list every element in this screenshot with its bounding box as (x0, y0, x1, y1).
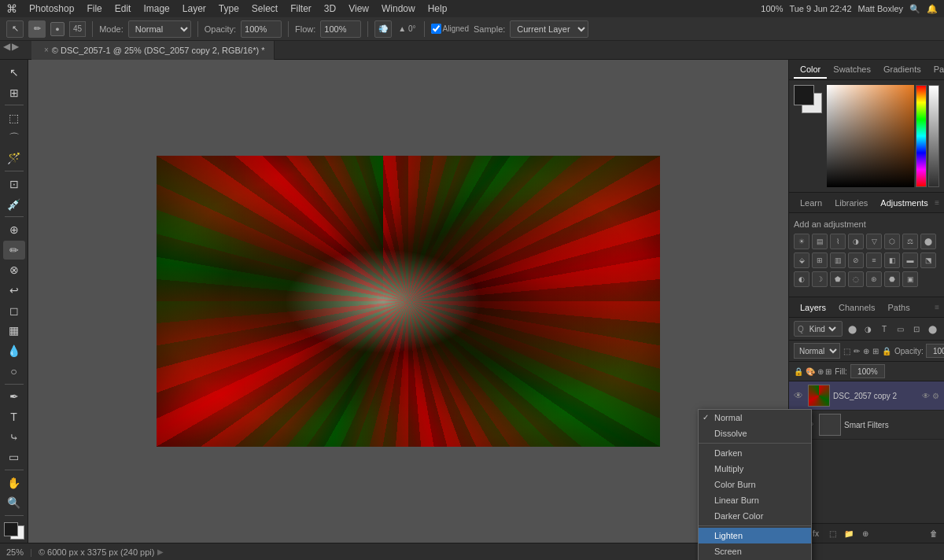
layer-item[interactable]: 👁 DSC_2057 copy 2 👁 ⚙ (789, 381, 944, 411)
clone-stamp-tool[interactable]: ⊗ (3, 261, 25, 280)
mode-select[interactable]: Normal (128, 20, 191, 38)
menu-edit[interactable]: Edit (109, 2, 137, 16)
blend-lighten[interactable]: Lighten (699, 528, 811, 543)
channel-mixer-icon[interactable]: ⊞ (812, 252, 828, 268)
color-lookup-icon[interactable]: ▥ (830, 252, 846, 268)
menu-select[interactable]: Select (246, 2, 283, 16)
menu-view[interactable]: View (343, 2, 374, 16)
tab-channels[interactable]: Channels (832, 300, 881, 315)
expand-arrow[interactable]: ▶ (157, 547, 164, 556)
filter-type-icon[interactable]: T (878, 322, 891, 336)
lock-paint-icon[interactable]: ✏ (854, 344, 860, 358)
spot-heal-tool[interactable]: ⊕ (3, 220, 25, 239)
dodge-tool[interactable]: ○ (3, 362, 25, 381)
blend-normal[interactable]: Normal (699, 410, 811, 426)
blend-multiply[interactable]: Multiply (699, 461, 811, 477)
tab-learn[interactable]: Learn (794, 195, 828, 211)
fg-color-box[interactable] (794, 85, 814, 105)
blend-darken[interactable]: Darken (699, 445, 811, 461)
canvas-area[interactable] (28, 60, 788, 543)
layer-search-box[interactable]: Q Kind (794, 321, 843, 337)
tab-libraries[interactable]: Libraries (828, 195, 874, 211)
lock-transparent-icon[interactable]: ⬚ (843, 344, 850, 358)
notification-icon[interactable]: 🔔 (927, 4, 938, 14)
menu-image[interactable]: Image (138, 2, 175, 16)
search-icon[interactable]: 🔍 (909, 4, 920, 14)
history-brush-tool[interactable]: ↩ (3, 281, 25, 300)
brush-tool[interactable]: ✏ (3, 241, 25, 260)
bw-icon[interactable]: ⬤ (920, 234, 936, 249)
menu-window[interactable]: Window (376, 2, 421, 16)
levels-icon[interactable]: ▤ (812, 234, 828, 249)
tool-select-btn[interactable]: ↖ (6, 20, 24, 38)
layers-panel-expand-icon[interactable]: ≡ (935, 303, 939, 311)
tab-gradients[interactable]: Gradients (877, 61, 927, 79)
layer-visibility-icon[interactable]: 👁 (794, 390, 805, 401)
photo-filter-icon[interactable]: ⬙ (794, 252, 809, 268)
color-picker-area[interactable] (827, 85, 939, 187)
posterize-icon[interactable]: ≡ (866, 252, 882, 268)
tab-patterns[interactable]: Patterns (927, 61, 944, 79)
variations-icon[interactable]: ⬟ (830, 271, 846, 287)
blend-linear-burn[interactable]: Linear Burn (699, 492, 811, 508)
lasso-tool[interactable]: ⌒ (3, 129, 25, 148)
replace-color-icon[interactable]: ⬣ (884, 271, 900, 287)
hand-tool[interactable]: ✋ (3, 473, 25, 492)
menu-type[interactable]: Type (213, 2, 245, 16)
fill-value[interactable] (850, 364, 885, 378)
eraser-tool[interactable]: ◻ (3, 301, 25, 320)
new-group-btn[interactable]: 📁 (842, 526, 856, 540)
menu-photoshop[interactable]: Photoshop (24, 2, 79, 16)
menu-3d[interactable]: 3D (319, 2, 341, 16)
opacity-value[interactable] (926, 344, 944, 358)
menu-help[interactable]: Help (422, 2, 453, 16)
sample-select[interactable]: Current Layer (510, 20, 588, 38)
lock-all-icon[interactable]: 🔒 (882, 344, 891, 358)
lock-artboard-icon[interactable]: ⊕ (863, 344, 869, 358)
blend-screen[interactable]: Screen (699, 543, 811, 559)
document-tab-main[interactable]: × © DSC_2057-1 @ 25% (DSC_2057 copy 2, R… (31, 41, 275, 60)
hue-sat-icon[interactable]: ⬡ (884, 234, 900, 249)
quick-select-tool[interactable]: 🪄 (3, 149, 25, 168)
invert-icon[interactable]: ⊘ (848, 252, 864, 268)
shadows-highlights-icon[interactable]: ◐ (794, 271, 809, 287)
text-tool[interactable]: T (3, 407, 25, 426)
tab-back-btn[interactable]: ◀ (3, 41, 10, 52)
color-picker[interactable] (4, 522, 24, 540)
marquee-tool[interactable]: ⬚ (3, 109, 25, 127)
eyedropper-tool[interactable]: 💉 (3, 195, 25, 214)
menu-filter[interactable]: Filter (285, 2, 317, 16)
layer-item[interactable]: 👁 Smart Filters (789, 411, 944, 440)
filter-smartobj-icon[interactable]: ⊡ (910, 322, 924, 336)
airbrush-btn[interactable]: 💨 (374, 20, 392, 38)
filter-shape-icon[interactable]: ▭ (894, 322, 907, 336)
shape-tool[interactable]: ▭ (3, 448, 25, 466)
tab-fwd-btn[interactable]: ▶ (12, 41, 19, 52)
vibrance-icon[interactable]: ▽ (866, 234, 882, 249)
blend-color-burn[interactable]: Color Burn (699, 477, 811, 492)
curves-icon[interactable]: ⌇ (830, 234, 846, 249)
blend-dissolve[interactable]: Dissolve (699, 426, 811, 441)
move-tool[interactable]: ↖ (3, 63, 25, 82)
color-saturation-field[interactable] (827, 85, 914, 187)
gradient-map-icon[interactable]: ▬ (902, 252, 918, 268)
lock-move-icon[interactable]: ⊞ (872, 344, 879, 358)
doc-close-icon[interactable]: × (44, 46, 49, 54)
tab-swatches[interactable]: Swatches (827, 61, 877, 79)
zoom-tool[interactable]: 🔍 (3, 494, 25, 513)
filter-adjustment-icon[interactable]: ◑ (861, 322, 875, 336)
delete-layer-btn[interactable]: 🗑 (927, 526, 941, 540)
brightness-contrast-icon[interactable]: ☀ (794, 234, 809, 249)
gradient-tool[interactable]: ▦ (3, 322, 25, 341)
threshold-icon[interactable]: ◧ (884, 252, 900, 268)
desaturate-icon[interactable]: ◌ (848, 271, 864, 287)
equalize-icon[interactable]: ▣ (902, 271, 918, 287)
aligned-checkbox[interactable] (431, 24, 441, 34)
exposure-icon[interactable]: ◑ (848, 234, 864, 249)
crop-tool[interactable]: ⊡ (3, 175, 25, 193)
menu-file[interactable]: File (81, 2, 107, 16)
pen-tool[interactable]: ✒ (3, 387, 25, 406)
artboard-tool[interactable]: ⊞ (3, 83, 25, 102)
new-layer-btn[interactable]: ⊕ (858, 526, 872, 540)
blend-mode-select[interactable]: Normal (794, 343, 840, 359)
